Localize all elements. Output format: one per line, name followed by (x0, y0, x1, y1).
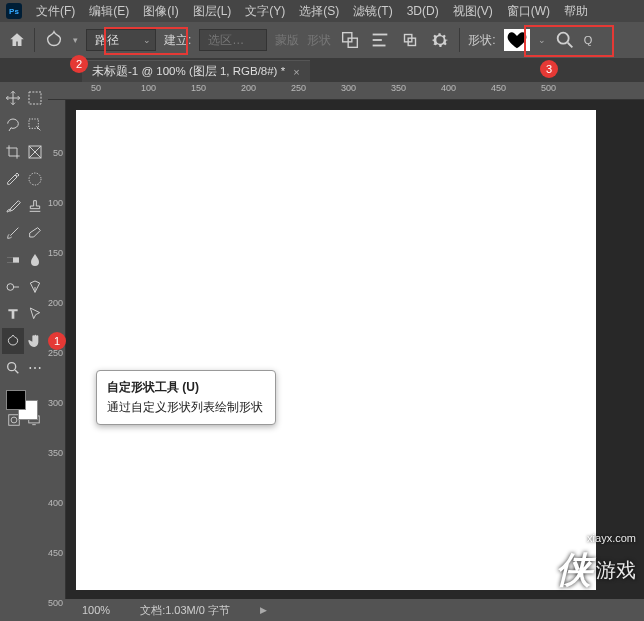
watermark-url: xiayx.com (556, 532, 636, 544)
close-icon[interactable]: × (293, 66, 299, 78)
tooltip-title: 自定形状工具 (U) (107, 379, 265, 396)
arrange-icon[interactable] (399, 29, 421, 51)
crop-tool[interactable] (2, 139, 24, 165)
badge-3: 3 (540, 60, 558, 78)
canvas-wrapper: 50 100 150 200 250 300 350 400 450 500 5… (48, 82, 644, 599)
work-area: ⋯ 50 100 150 200 250 300 350 400 450 500… (0, 82, 644, 599)
svg-rect-2 (373, 34, 388, 36)
badge-1: 1 (48, 332, 66, 350)
svg-rect-3 (373, 39, 382, 41)
options-bar: ▾ 路径 ⌄ 建立: 选区… 蒙版 形状 形状: ⌄ Q (0, 22, 644, 58)
toolbox: ⋯ (0, 82, 48, 599)
ps-logo-icon: Ps (6, 3, 22, 19)
heart-icon (507, 31, 527, 49)
svg-line-19 (15, 370, 18, 373)
svg-point-18 (7, 363, 15, 371)
menu-file[interactable]: 文件(F) (36, 3, 75, 20)
svg-rect-16 (7, 257, 13, 262)
canvas[interactable] (76, 110, 596, 590)
menu-filter[interactable]: 滤镜(T) (353, 3, 392, 20)
canvas-area[interactable] (66, 100, 644, 599)
pen-tool[interactable] (25, 274, 47, 300)
chevron-right-icon[interactable]: ▶ (260, 605, 267, 615)
shape-picker-label: 形状: (468, 32, 495, 49)
menu-type[interactable]: 文字(Y) (245, 3, 285, 20)
menu-help[interactable]: 帮助 (564, 3, 588, 20)
svg-point-17 (7, 284, 14, 291)
menu-bar: Ps 文件(F) 编辑(E) 图像(I) 图层(L) 文字(Y) 选择(S) 滤… (0, 0, 644, 22)
separator (34, 28, 35, 52)
shape-tool-icon[interactable] (43, 29, 65, 51)
history-brush-tool[interactable] (2, 220, 24, 246)
zoom-level[interactable]: 100% (82, 604, 110, 616)
svg-point-14 (29, 173, 41, 185)
watermark-text: 游戏 (596, 557, 636, 584)
svg-rect-0 (343, 33, 352, 42)
eyedropper-tool[interactable] (2, 166, 24, 192)
brush-tool[interactable] (2, 193, 24, 219)
shape-swatch[interactable] (504, 29, 530, 51)
healing-tool[interactable] (25, 166, 47, 192)
menu-window[interactable]: 窗口(W) (507, 3, 550, 20)
shape-button[interactable]: 形状 (307, 32, 331, 49)
foreground-color[interactable] (6, 390, 26, 410)
type-tool[interactable] (2, 301, 24, 327)
edit-toolbar-icon[interactable]: ⋯ (25, 355, 47, 381)
svg-rect-9 (29, 92, 41, 104)
eraser-tool[interactable] (25, 220, 47, 246)
status-bar: 100% 文档:1.03M/0 字节 ▶ (0, 599, 644, 621)
selection-button[interactable]: 选区… (199, 29, 267, 51)
watermark-logo-icon: 侠 (556, 546, 592, 595)
stamp-tool[interactable] (25, 193, 47, 219)
menu-layer[interactable]: 图层(L) (193, 3, 232, 20)
zoom-tool[interactable] (2, 355, 24, 381)
build-label: 建立: (164, 32, 191, 49)
move-tool[interactable] (2, 85, 24, 111)
color-swatches[interactable] (2, 388, 46, 420)
mask-button[interactable]: 蒙版 (275, 32, 299, 49)
menu-image[interactable]: 图像(I) (143, 3, 178, 20)
separator (459, 28, 460, 52)
path-select-tool[interactable] (25, 301, 47, 327)
document-tab-title: 未标题-1 @ 100% (图层 1, RGB/8#) * (92, 64, 285, 79)
svg-rect-4 (373, 45, 386, 47)
horizontal-ruler: 50 100 150 200 250 300 350 400 450 500 (48, 82, 644, 100)
chevron-down-icon[interactable]: ▾ (73, 35, 78, 45)
blur-tool[interactable] (25, 247, 47, 273)
hand-tool[interactable] (25, 328, 47, 354)
frame-tool[interactable] (25, 139, 47, 165)
menu-view[interactable]: 视图(V) (453, 3, 493, 20)
search-icon[interactable] (554, 29, 576, 51)
gradient-tool[interactable] (2, 247, 24, 273)
align-icon[interactable] (369, 29, 391, 51)
svg-line-8 (567, 43, 572, 48)
home-icon[interactable] (8, 31, 26, 49)
tool-tooltip: 自定形状工具 (U) 通过自定义形状列表绘制形状 (96, 370, 276, 425)
quickselect-tool[interactable] (25, 112, 47, 138)
badge-2: 2 (70, 55, 88, 73)
mode-select-label: 路径 (95, 32, 119, 49)
marquee-tool[interactable] (25, 85, 47, 111)
document-tab[interactable]: 未标题-1 @ 100% (图层 1, RGB/8#) * × (82, 60, 310, 82)
path-ops-icon[interactable] (339, 29, 361, 51)
tooltip-desc: 通过自定义形状列表绘制形状 (107, 399, 265, 416)
mode-select[interactable]: 路径 ⌄ (86, 29, 156, 51)
chevron-down-icon[interactable]: ⌄ (538, 35, 546, 45)
custom-shape-tool[interactable] (2, 328, 24, 354)
lasso-tool[interactable] (2, 112, 24, 138)
gear-icon[interactable] (429, 29, 451, 51)
doc-info[interactable]: 文档:1.03M/0 字节 (140, 603, 230, 618)
chevron-down-icon: ⌄ (143, 35, 151, 45)
menu-3d[interactable]: 3D(D) (407, 4, 439, 18)
q-label: Q (584, 34, 593, 46)
svg-point-7 (557, 33, 568, 44)
svg-rect-1 (349, 38, 358, 47)
dodge-tool[interactable] (2, 274, 24, 300)
menu-edit[interactable]: 编辑(E) (89, 3, 129, 20)
menu-select[interactable]: 选择(S) (299, 3, 339, 20)
watermark: xiayx.com 侠 游戏 (556, 532, 636, 595)
